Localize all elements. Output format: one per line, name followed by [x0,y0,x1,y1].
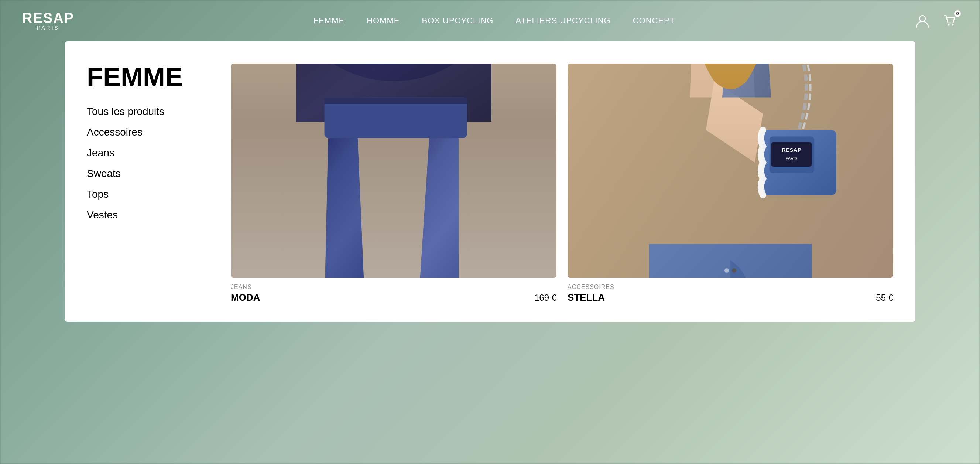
product-image-stella: RESAP PARIS [568,64,893,278]
nav-link-concept[interactable]: CONCEPT [633,16,675,26]
sidebar-menu: Tous les produits Accessoires Jeans Swea… [87,101,212,225]
sidebar: FEMME Tous les produits Accessoires Jean… [87,64,212,303]
svg-rect-16 [771,142,811,167]
product-image-moda [231,64,557,278]
product-info-moda: JEANS MODA 169 € [231,278,557,303]
svg-point-0 [920,16,925,21]
dropdown-panel: FEMME Tous les produits Accessoires Jean… [65,41,915,322]
nav-links: FEMME HOMME BOX UPCYCLING ATELIERS UPCYC… [313,16,675,26]
navbar: RESAP PARIS FEMME HOMME BOX UPCYCLING AT… [0,0,980,41]
product-price-stella: 55 € [876,293,893,303]
nav-link-femme[interactable]: FEMME [313,16,345,26]
nav-icons: 0 [914,13,958,29]
logo-paris: PARIS [37,25,59,30]
logo[interactable]: RESAP PARIS [22,11,74,30]
cart-icon[interactable]: 0 [942,13,958,29]
products-area: JEANS MODA 169 € [231,64,893,303]
product-name-stella: STELLA [568,292,605,303]
svg-text:RESAP: RESAP [782,147,801,153]
sidebar-item-tops[interactable]: Tops [87,184,212,205]
product-dots-stella [724,268,736,273]
product-info-stella: ACCESSOIRES STELLA 55 € [568,278,893,303]
product-bottom-moda: MODA 169 € [231,292,557,303]
sidebar-item-sweats[interactable]: Sweats [87,163,212,184]
svg-point-2 [951,24,953,26]
nav-link-box-upcycling[interactable]: BOX UPCYCLING [422,16,493,26]
product-category-stella: ACCESSOIRES [568,284,893,290]
nav-link-homme[interactable]: HOMME [367,16,399,26]
product-card-moda[interactable]: JEANS MODA 169 € [231,64,557,303]
product-price-moda: 169 € [534,293,557,303]
sidebar-item-vestes[interactable]: Vestes [87,205,212,225]
svg-point-1 [948,24,949,26]
svg-text:PARIS: PARIS [785,156,797,161]
product-bottom-stella: STELLA 55 € [568,292,893,303]
product-category-moda: JEANS [231,284,557,290]
nav-link-ateliers-upcycling[interactable]: ATELIERS UPCYCLING [515,16,610,26]
product-name-moda: MODA [231,292,260,303]
logo-resap: RESAP [22,11,74,25]
dot-2 [732,268,736,273]
user-icon[interactable] [914,13,931,29]
dot-1 [724,268,729,273]
sidebar-item-jeans[interactable]: Jeans [87,143,212,163]
sidebar-item-tous-les-produits[interactable]: Tous les produits [87,101,212,122]
svg-rect-8 [325,97,467,104]
cart-count: 0 [954,10,961,17]
product-card-stella[interactable]: RESAP PARIS [568,64,893,303]
sidebar-title: FEMME [87,64,212,90]
sidebar-item-accessoires[interactable]: Accessoires [87,122,212,143]
